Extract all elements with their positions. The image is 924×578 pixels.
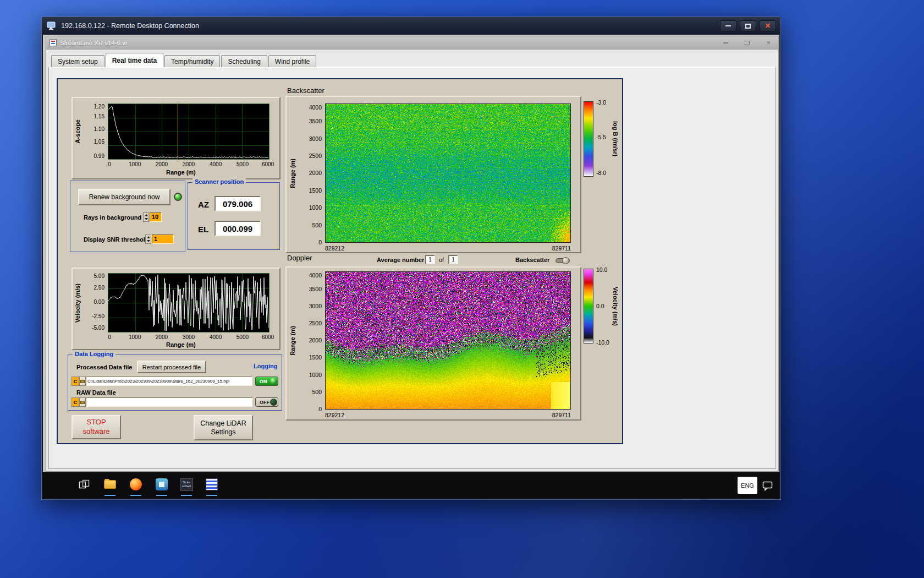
streamline-window: StreamLine XR v14-6.vi × System setup Re… [46, 36, 779, 472]
axis-tick: -5.5 [596, 134, 606, 140]
tab-scheduling[interactable]: Scheduling [221, 55, 267, 67]
streamline-app-icon [50, 39, 57, 46]
restart-processed-file-button[interactable]: Restart processed file [137, 361, 206, 373]
rays-spinner[interactable] [143, 212, 149, 222]
axis-tick: 500 [312, 222, 322, 228]
app-restore-button[interactable] [745, 41, 750, 45]
axis-tick: 10.0 [596, 266, 607, 273]
of-label: of [439, 257, 444, 263]
axis-tick: 829711 [488, 245, 571, 252]
tab-temp-humidity[interactable]: Temp/humidity [164, 55, 220, 67]
scan-schedule-app-icon[interactable]: Scansched [180, 478, 193, 491]
axis-tick: 1500 [309, 187, 322, 194]
axis-tick: 1000 [129, 334, 141, 340]
axis-tick: 0 [318, 406, 322, 412]
raw-browse-button[interactable] [79, 397, 86, 407]
doppler-heatmap [326, 272, 570, 409]
axis-tick: 0 [108, 161, 111, 167]
velocity-plot [108, 273, 270, 332]
velocity-graph: Velocity (m/s) 5.00 2.50 0.00 -2.50 -5.0… [72, 268, 280, 350]
ascope-xlabel: Range (m) [166, 169, 196, 176]
scanner-position-group: Scanner position AZ 079.006 EL 000.099 [188, 182, 280, 250]
change-lidar-settings-button[interactable]: Change LiDARSettings [194, 415, 253, 440]
rdp-window: 192.168.0.122 - Remote Desktop Connectio… [41, 17, 781, 500]
app-minimize-button[interactable] [723, 42, 728, 43]
language-indicator[interactable]: ENG [738, 477, 757, 494]
raw-logging-toggle[interactable]: OFF [255, 397, 278, 407]
rdp-close-button[interactable]: × [760, 20, 776, 31]
firefox-icon[interactable] [129, 478, 142, 491]
velocity-xlabel: Range (m) [166, 341, 196, 348]
schedule-app-icon[interactable] [205, 478, 218, 491]
notification-icon[interactable] [761, 479, 774, 493]
axis-tick: 3000 [309, 303, 322, 309]
tab-system-setup[interactable]: System setup [51, 55, 105, 67]
snr-spinner[interactable] [145, 235, 151, 244]
axis-tick: 4000 [210, 334, 222, 340]
axis-tick: 5000 [237, 161, 249, 167]
rdp-title: 192.168.0.122 - Remote Desktop Connectio… [61, 22, 199, 30]
processed-file-label: Processed Data file [76, 364, 133, 370]
axis-tick: 1000 [129, 161, 141, 167]
backscatter-colorbar-label: log B (/m/sr) [612, 121, 619, 156]
stop-software-button[interactable]: STOPsoftware [72, 415, 121, 439]
axis-tick: 3500 [309, 118, 322, 124]
axis-tick: 0.00 [94, 299, 105, 305]
el-label: EL [198, 225, 208, 234]
axis-tick: 500 [312, 389, 322, 395]
raw-path-field[interactable] [86, 397, 252, 407]
axis-tick: 0.99 [94, 153, 105, 159]
tab-real-time-data[interactable]: Real time data [106, 53, 163, 67]
axis-tick: 1.10 [94, 126, 105, 132]
snr-value-field[interactable]: 1 [152, 235, 174, 244]
active-app-indicator [206, 495, 217, 496]
axis-tick: 829212 [325, 412, 344, 418]
active-app-indicator [181, 495, 192, 496]
rays-value-field[interactable]: 10 [150, 212, 162, 222]
file-explorer-icon[interactable] [103, 478, 117, 491]
axis-tick: 1.15 [94, 113, 105, 119]
task-view-icon[interactable] [78, 478, 91, 491]
average-total-field[interactable]: 1 [448, 255, 458, 264]
background-controls-group: Renew background now Rays in background … [70, 181, 185, 252]
snr-threshold-label: Display SNR threshold [84, 236, 149, 243]
backscatter-heatmap [326, 104, 570, 242]
app-close-button[interactable]: × [766, 39, 771, 46]
axis-tick: 2000 [156, 161, 168, 167]
velocity-ylabel: Velocity (m/s) [74, 283, 81, 323]
lidar-front-panel: A-scope 1.20 1.15 1.10 1.05 0.99 [57, 78, 623, 444]
tab-wind-profile[interactable]: Wind profile [268, 55, 316, 67]
axis-tick: -8.0 [596, 170, 606, 176]
doppler-colorbar-label: Velocity (m/s) [612, 287, 619, 326]
rdp-minimize-button[interactable] [720, 20, 736, 31]
axis-tick: 2500 [309, 320, 322, 326]
streamline-titlebar[interactable]: StreamLine XR v14-6.vi × [46, 36, 778, 50]
axis-tick: 5000 [237, 334, 249, 340]
labview-app-icon[interactable] [155, 478, 168, 491]
axis-tick: 1.05 [94, 139, 105, 145]
display-toggle-label: Backscatter [515, 257, 549, 263]
processed-path-field[interactable]: C:\Lidar\Data\Proc\2023\202309\20230909\… [86, 377, 252, 386]
rdp-titlebar[interactable]: 192.168.0.122 - Remote Desktop Connectio… [42, 17, 780, 35]
rdp-maximize-button[interactable] [740, 20, 756, 31]
desktop: 192.168.0.122 - Remote Desktop Connectio… [0, 0, 924, 578]
doppler-colorbar [584, 269, 593, 343]
raw-drive-selector[interactable]: C [72, 397, 79, 407]
backscatter-display-toggle[interactable] [556, 258, 570, 263]
doppler-title: Doppler [287, 254, 312, 262]
axis-tick: 6000 [262, 161, 274, 167]
axis-tick: 3000 [183, 161, 195, 167]
scanner-position-title: Scanner position [193, 178, 246, 185]
doppler-ylabel: Range (m) [289, 326, 296, 356]
processed-logging-toggle[interactable]: ON [255, 377, 278, 386]
average-number-field[interactable]: 1 [425, 255, 435, 264]
remote-desktop: StreamLine XR v14-6.vi × System setup Re… [43, 35, 779, 498]
tab-strip: System setup Real time data Temp/humidit… [51, 53, 317, 67]
processed-browse-button[interactable] [79, 377, 86, 386]
renew-background-button[interactable]: Renew background now [78, 189, 170, 205]
az-value-display: 079.006 [215, 196, 261, 211]
axis-tick: -10.0 [596, 339, 609, 346]
axis-tick: -2.50 [92, 313, 105, 319]
axis-tick: 4000 [309, 272, 322, 279]
processed-drive-selector[interactable]: C [72, 377, 79, 386]
